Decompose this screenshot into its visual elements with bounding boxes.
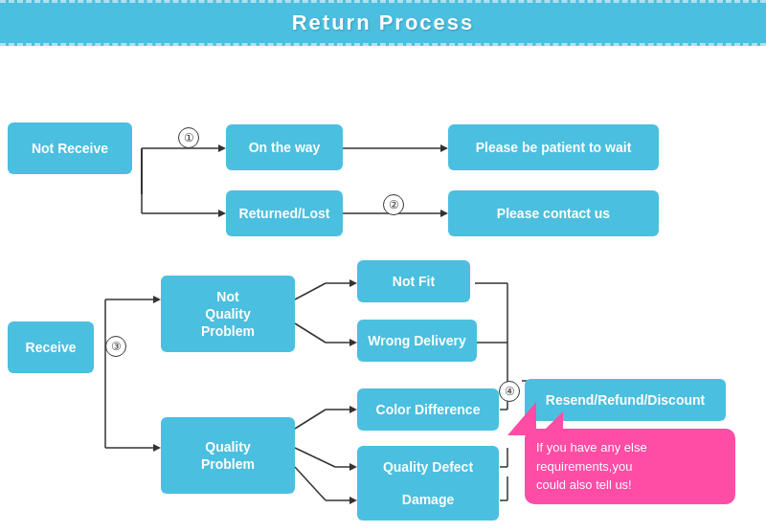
- damage-box: Damage: [357, 478, 499, 521]
- circle-2: ②: [383, 194, 404, 215]
- circle-4: ④: [499, 381, 520, 402]
- color-diff-box: Color Difference: [357, 388, 499, 431]
- svg-marker-5: [218, 144, 226, 152]
- svg-line-19: [295, 283, 326, 299]
- svg-line-25: [295, 410, 326, 429]
- svg-line-28: [295, 448, 335, 467]
- svg-line-31: [295, 467, 326, 500]
- content-area: Not Receive On the way Returned/Lost Ple…: [0, 46, 766, 530]
- svg-marker-18: [153, 444, 161, 452]
- svg-marker-27: [349, 406, 357, 413]
- not-quality-box: Not Quality Problem: [161, 276, 295, 352]
- wrong-delivery-box: Wrong Delivery: [357, 320, 477, 362]
- page-header: Return Process: [0, 0, 766, 46]
- svg-marker-8: [218, 210, 226, 217]
- svg-marker-24: [349, 339, 357, 346]
- svg-marker-33: [349, 497, 357, 504]
- receive-box: Receive: [8, 321, 94, 373]
- returned-lost-box: Returned/Lost: [226, 190, 343, 236]
- contact-us-box: Please contact us: [448, 190, 659, 236]
- svg-marker-21: [349, 279, 357, 287]
- svg-marker-12: [440, 210, 448, 217]
- svg-marker-10: [440, 144, 448, 152]
- speech-bubble: If you have any else requirements,you co…: [525, 429, 735, 504]
- circle-3: ③: [105, 336, 126, 357]
- svg-line-22: [295, 323, 326, 343]
- on-the-way-box: On the way: [226, 124, 343, 170]
- not-receive-box: Not Receive: [8, 122, 132, 174]
- svg-marker-15: [153, 296, 161, 303]
- circle-1: ①: [178, 127, 199, 148]
- svg-marker-30: [349, 463, 357, 471]
- patient-wait-box: Please be patient to wait: [448, 124, 659, 170]
- quality-problem-box: Quality Problem: [161, 417, 295, 494]
- not-fit-box: Not Fit: [357, 260, 470, 302]
- page-title: Return Process: [0, 11, 766, 35]
